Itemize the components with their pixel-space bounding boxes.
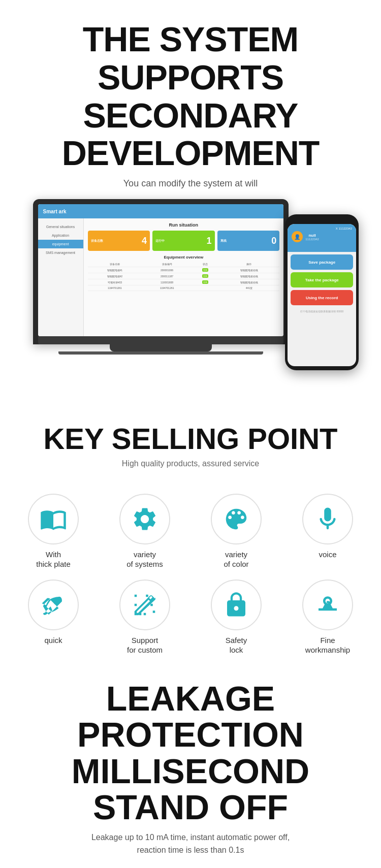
- laptop-main: Run situation 设备总数 4 运行中 1: [84, 218, 284, 336]
- phone-avatar: 👤: [292, 231, 303, 242]
- icon-circle-book: [28, 494, 79, 544]
- run-title: Run situation: [88, 222, 280, 228]
- equip-table: 设备名称设备编号状态操作 智能配电箱#1200001006在线智能配电箱在线 智…: [88, 262, 280, 291]
- phone-notch: [312, 218, 332, 222]
- icon-circle-palette: [211, 494, 262, 544]
- leakage-title: LEAKAGE PROTECTION MILLISECOND STAND OFF: [10, 681, 371, 826]
- equip-title: Equipment overview: [88, 255, 280, 260]
- laptop-logo: Smart ark: [43, 209, 67, 214]
- svg-point-0: [54, 601, 57, 604]
- selling-subtitle: High quality products, assured service: [15, 459, 366, 468]
- icon-item-rocket: quick: [10, 580, 97, 655]
- leakage-section: LEAKAGE PROTECTION MILLISECOND STAND OFF…: [0, 670, 381, 868]
- icon-item-palette: varietyof color: [193, 494, 279, 569]
- book-icon: [40, 505, 67, 533]
- leakage-desc: Leakage up to 10 mA time, instant automa…: [10, 831, 371, 857]
- icon-circle-gear: [119, 494, 170, 544]
- sidebar-sms: SMS management: [38, 248, 83, 257]
- dev-title: THE SYSTEM SUPPORTS SECONDARY DEVELOPMEN…: [15, 20, 366, 172]
- icon-circle-fan: [302, 580, 353, 630]
- icon-label-fan: Fineworkmanship: [305, 635, 350, 655]
- phone-userid: 11122342: [305, 238, 319, 241]
- ruler-icon: [131, 591, 158, 619]
- fan-icon: [314, 591, 341, 619]
- mic-icon: [314, 505, 341, 533]
- palette-icon: [223, 505, 250, 533]
- icon-item-ruler: Supportfor custom: [102, 580, 188, 655]
- icon-item-lock: Safetylock: [193, 580, 279, 655]
- device-container: Smart ark General situations Application…: [15, 199, 366, 392]
- dev-section: THE SYSTEM SUPPORTS SECONDARY DEVELOPMEN…: [0, 0, 381, 402]
- phone-btn-record[interactable]: Using the record: [291, 290, 353, 305]
- selling-title: KEY SELLING POINT: [15, 423, 366, 455]
- icon-item-mic: voice: [284, 494, 371, 569]
- selling-section: KEY SELLING POINT High quality products,…: [0, 402, 381, 494]
- icon-circle-mic: [302, 494, 353, 544]
- icon-item-fan: Fineworkmanship: [284, 580, 371, 655]
- icon-circle-ruler: [119, 580, 170, 630]
- phone-mockup: X 11122342 👤 null 11122342 Save package …: [285, 214, 359, 370]
- icon-label-gear: varietyof systems: [126, 550, 163, 569]
- phone-screen: X 11122342 👤 null 11122342 Save package …: [288, 224, 356, 366]
- laptop-mockup: Smart ark General situations Application…: [33, 199, 289, 355]
- icon-item-gear: varietyof systems: [102, 494, 188, 569]
- icon-circle-rocket: [28, 580, 79, 630]
- phone-username: null: [305, 233, 319, 238]
- phone-header: X 11122342 👤 null 11122342: [288, 224, 356, 252]
- phone-footer: 打个电话或发短信联系客服详情 00000: [288, 308, 356, 315]
- icon-grid: Withthick plate varietyof systems variet…: [0, 494, 381, 670]
- icon-label-mic: voice: [319, 550, 336, 560]
- dev-subtitle: You can modify the system at will: [15, 178, 366, 189]
- icon-label-palette: varietyof color: [224, 550, 248, 569]
- stat-blue: 离线 0: [217, 231, 280, 251]
- icon-label-ruler: Supportfor custom: [127, 635, 163, 655]
- stat-green: 运行中 1: [152, 231, 215, 251]
- phone-btn-save[interactable]: Save package: [291, 254, 353, 270]
- gear-icon: [131, 505, 158, 533]
- icon-label-lock: Safetylock: [226, 635, 247, 655]
- sidebar-app: Application: [38, 231, 83, 240]
- icon-item-book: Withthick plate: [10, 494, 97, 569]
- rocket-icon: [40, 591, 67, 619]
- icon-label-book: Withthick plate: [36, 550, 71, 569]
- icon-circle-lock: [211, 580, 262, 630]
- phone-btn-take[interactable]: Take the package: [291, 272, 353, 287]
- stat-cards: 设备总数 4 运行中 1 离线 0: [88, 231, 280, 251]
- sidebar-equip: equipment: [38, 240, 83, 248]
- stat-orange: 设备总数 4: [88, 231, 150, 251]
- lock-icon: [223, 591, 250, 619]
- laptop-sidebar: General situations Application equipment…: [38, 218, 84, 336]
- sidebar-general: General situations: [38, 222, 83, 231]
- icon-label-rocket: quick: [44, 635, 62, 646]
